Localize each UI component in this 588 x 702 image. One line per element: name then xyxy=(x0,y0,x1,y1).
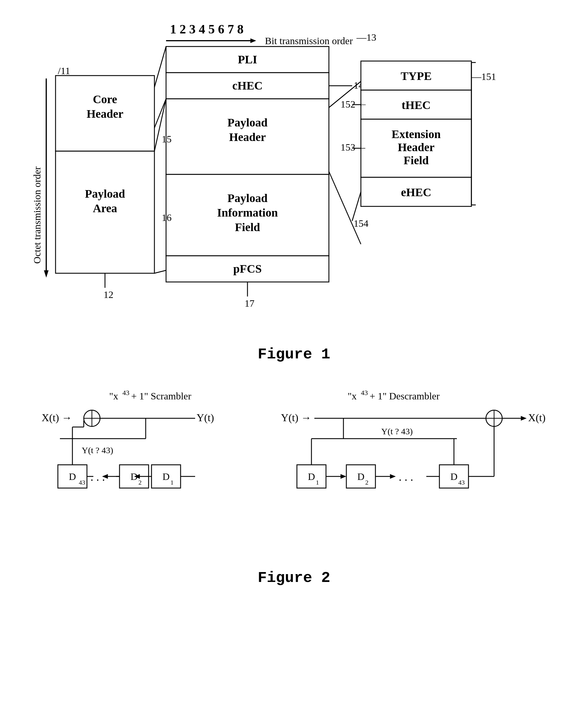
thec-label: tHEC xyxy=(402,99,431,112)
ref-154: 154 xyxy=(354,218,369,229)
pli-label: PLI xyxy=(238,53,257,66)
ref-13: —13 xyxy=(356,32,376,43)
figure1-caption: Figure 1 xyxy=(258,346,330,363)
descrambler-d43-sub: 43 xyxy=(458,479,465,486)
svg-marker-62 xyxy=(390,474,396,479)
descrambler-d1-sub: 1 xyxy=(316,479,319,486)
octet-transmission-label: Octet transmission order xyxy=(32,166,42,264)
scrambler-d43-sub: 43 xyxy=(79,479,85,486)
scrambler-output: Y(t) xyxy=(197,412,214,424)
ref-16: 16 xyxy=(162,212,172,223)
core-header-line1: Core xyxy=(93,93,117,106)
descrambler-d2: D xyxy=(358,471,365,482)
svg-marker-9 xyxy=(44,270,48,277)
pfcs-label: pFCS xyxy=(233,262,262,275)
figure2-caption: Figure 2 xyxy=(258,569,330,587)
descrambler-dots: . . . xyxy=(399,470,413,483)
page: 1 2 3 4 5 6 7 8 Bit transmission order —… xyxy=(0,0,588,702)
ref-12: 12 xyxy=(104,289,113,300)
bit-transmission-label: Bit transmission order xyxy=(265,35,353,46)
type-label: TYPE xyxy=(401,70,432,83)
payload-header-line2: Header xyxy=(229,130,266,144)
figure2-diagram: "x 43 + 1" Scrambler X(t) → Y(t) Y(t ? 4… xyxy=(32,386,556,561)
figure1-diagram: 1 2 3 4 5 6 7 8 Bit transmission order —… xyxy=(32,17,556,337)
descrambler-input: Y(t) → xyxy=(281,412,311,424)
ref-17: 17 xyxy=(244,298,255,309)
descrambler-output: X(t) xyxy=(528,412,546,424)
payload-info-line2: Information xyxy=(217,206,278,219)
payload-area-line1: Payload xyxy=(85,187,125,200)
scrambler-title: "x xyxy=(109,391,118,401)
chec-label: cHEC xyxy=(232,79,263,92)
scrambler-rest: + 1" Scrambler xyxy=(131,391,191,401)
scrambler-d2-sub: 2 xyxy=(138,479,141,486)
ref-152: 152 ← xyxy=(340,99,368,110)
ref-153: 153— xyxy=(340,142,366,153)
descrambler-d2-sub: 2 xyxy=(365,479,369,486)
ext-header-line1: Extension xyxy=(392,128,441,141)
ehec-label: eHEC xyxy=(401,186,431,199)
ext-header-line2: Header xyxy=(398,141,435,154)
descrambler-title-prefix: "x xyxy=(348,391,357,401)
scrambler-d43: D xyxy=(69,471,76,482)
ref-151: —151 xyxy=(471,71,496,82)
scrambler-d1-sub: 1 xyxy=(170,479,174,486)
scrambler-exp: 43 xyxy=(122,389,129,396)
svg-line-13 xyxy=(155,270,166,273)
descrambler-exp: 43 xyxy=(361,389,368,396)
ref-11: /11 xyxy=(58,66,70,76)
scrambler-delay-label: Y(t ? 43) xyxy=(82,445,113,455)
bit-numbers: 1 2 3 4 5 6 7 8 xyxy=(170,22,244,36)
svg-line-10 xyxy=(155,46,166,87)
ref-15: 15 xyxy=(162,134,172,144)
payload-info-line3: Field xyxy=(235,221,260,234)
descrambler-delay-label: Y(t ? 43) xyxy=(381,427,413,436)
svg-line-26 xyxy=(352,192,361,221)
svg-marker-55 xyxy=(521,416,527,421)
descrambler-rest: + 1" Descrambler xyxy=(370,391,440,401)
ext-header-line3: Field xyxy=(404,154,429,167)
descrambler-d43: D xyxy=(451,471,458,482)
payload-info-line1: Payload xyxy=(227,192,268,205)
svg-marker-59 xyxy=(340,474,346,479)
scrambler-input: X(t) → xyxy=(41,412,72,424)
payload-area-line2: Area xyxy=(93,202,117,215)
descrambler-d1: D xyxy=(308,471,315,482)
scrambler-d1: D xyxy=(163,471,170,482)
svg-marker-1 xyxy=(251,38,256,43)
payload-header-line1: Payload xyxy=(227,116,268,129)
core-header-line2: Header xyxy=(87,107,124,120)
